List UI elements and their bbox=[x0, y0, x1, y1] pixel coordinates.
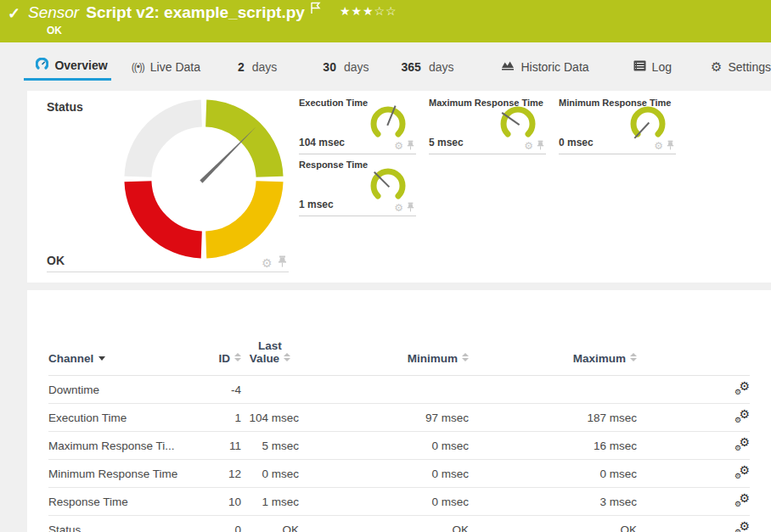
minimum-cell bbox=[299, 376, 469, 404]
gear-icon: ⚙ bbox=[711, 60, 722, 73]
maximum-cell: OK bbox=[469, 516, 637, 532]
pin-icon[interactable] bbox=[537, 138, 544, 154]
tab-label: Overview bbox=[54, 59, 107, 72]
pin-icon[interactable] bbox=[407, 138, 414, 154]
gauge-value: 1 msec bbox=[299, 199, 334, 210]
gauge-panel-minimum-response-time: Minimum Response Time 0 msec ⚙ bbox=[559, 98, 676, 154]
channel-settings-icon[interactable]: ⚙⚙ bbox=[734, 466, 750, 479]
tab-live-data[interactable]: ((•)) Live Data bbox=[132, 53, 200, 81]
stars-filled[interactable]: ★★★ bbox=[340, 4, 374, 18]
gauge-settings-gear-icon[interactable]: ⚙ bbox=[394, 203, 403, 213]
id-cell: 10 bbox=[193, 488, 241, 516]
table-row[interactable]: Execution Time 1 104 msec 97 msec 187 ms… bbox=[48, 404, 750, 432]
tab-number: 2 bbox=[238, 60, 245, 74]
status-gauge bbox=[121, 97, 286, 261]
tab-label: days bbox=[252, 60, 278, 74]
last-value-cell: 104 msec bbox=[241, 404, 299, 432]
tab-label: days bbox=[344, 60, 369, 74]
maximum-cell: 187 msec bbox=[469, 404, 637, 432]
gauge-settings-gear-icon[interactable]: ⚙ bbox=[654, 141, 663, 151]
historic-chart-icon bbox=[501, 59, 515, 74]
last-value-cell: 0 msec bbox=[241, 460, 299, 488]
table-row[interactable]: Status 0 OK OK OK ⚙⚙ bbox=[48, 516, 750, 532]
gauge-settings-gear-icon[interactable]: ⚙ bbox=[262, 257, 273, 269]
sensor-header: ✓ Sensor Script v2: example_script.py ★★… bbox=[0, 0, 771, 42]
pin-icon[interactable] bbox=[278, 255, 287, 271]
table-row[interactable]: Maximum Response Ti... 11 5 msec 0 msec … bbox=[48, 432, 750, 460]
sort-icon bbox=[462, 353, 469, 362]
sort-desc-icon bbox=[98, 356, 105, 361]
id-cell: 12 bbox=[193, 460, 241, 488]
channel-settings-icon[interactable]: ⚙⚙ bbox=[734, 494, 750, 507]
channel-cell[interactable]: Status bbox=[48, 516, 193, 532]
tab-overview[interactable]: Overview bbox=[24, 53, 111, 81]
minimum-cell: 0 msec bbox=[299, 460, 469, 488]
sensor-status-text: OK bbox=[47, 25, 62, 36]
maximum-cell bbox=[469, 376, 637, 404]
channel-settings-icon[interactable]: ⚙⚙ bbox=[734, 522, 750, 532]
tab-bar: Overview ((•)) Live Data 2 days 30 days … bbox=[0, 53, 771, 81]
channel-cell[interactable]: Execution Time bbox=[48, 404, 193, 432]
channel-settings-icon[interactable]: ⚙⚙ bbox=[734, 410, 750, 423]
table-row[interactable]: Response Time 10 1 msec 0 msec 3 msec ⚙⚙ bbox=[48, 488, 750, 516]
gauge-value: 5 msec bbox=[429, 137, 464, 148]
id-cell: 1 bbox=[193, 404, 241, 432]
last-value-cell: OK bbox=[241, 516, 299, 532]
gauge-value: 104 msec bbox=[299, 137, 345, 148]
status-gauge-value: OK bbox=[47, 254, 65, 267]
gauge-panel-response-time: Response Time 1 msec ⚙ bbox=[299, 160, 416, 216]
col-header-last-value[interactable]: LastValue bbox=[241, 290, 299, 376]
divider bbox=[47, 272, 289, 272]
channel-settings-icon[interactable]: ⚙⚙ bbox=[734, 382, 750, 395]
gauge-settings-gear-icon[interactable]: ⚙ bbox=[394, 141, 403, 151]
gauge-settings-gear-icon[interactable]: ⚙ bbox=[524, 141, 533, 151]
tab-settings[interactable]: ⚙ Settings bbox=[711, 53, 771, 81]
channel-cell[interactable]: Minimum Response Time bbox=[48, 460, 193, 488]
overview-gauges-panel: Status OK ⚙ Execution Time 104 msec ⚙ bbox=[27, 91, 771, 283]
priority-flag-icon[interactable] bbox=[310, 2, 321, 18]
channel-settings-icon[interactable]: ⚙⚙ bbox=[734, 438, 750, 451]
maximum-cell: 0 msec bbox=[469, 460, 637, 488]
col-header-maximum[interactable]: Maximum bbox=[469, 290, 637, 376]
minimum-cell: 0 msec bbox=[299, 488, 469, 516]
status-gauge-needle bbox=[200, 126, 257, 183]
sort-icon bbox=[234, 353, 241, 362]
priority-stars[interactable]: ★★★☆☆ bbox=[340, 4, 397, 18]
gauge-panel-maximum-response-time: Maximum Response Time 5 msec ⚙ bbox=[429, 98, 546, 154]
channels-panel: Channel ID LastValue Minimum Maximum Dow… bbox=[27, 290, 771, 532]
col-header-channel[interactable]: Channel bbox=[48, 290, 193, 376]
tab-number: 365 bbox=[402, 60, 421, 74]
channel-cell[interactable]: Maximum Response Ti... bbox=[48, 432, 193, 460]
sort-icon bbox=[630, 353, 637, 362]
maximum-cell: 16 msec bbox=[469, 432, 637, 460]
col-header-actions bbox=[637, 290, 750, 376]
gauge-icon bbox=[36, 58, 48, 73]
last-value-cell: 1 msec bbox=[241, 488, 299, 516]
log-list-icon bbox=[633, 60, 646, 74]
pin-icon[interactable] bbox=[407, 200, 414, 216]
table-row[interactable]: Downtime -4 ⚙⚙ bbox=[48, 376, 750, 404]
tab-number: 30 bbox=[323, 60, 336, 74]
id-cell: 11 bbox=[193, 432, 241, 460]
tab-365-days[interactable]: 365 days bbox=[402, 53, 454, 81]
tab-log[interactable]: Log bbox=[633, 53, 672, 81]
gauge-title: Execution Time bbox=[299, 98, 368, 108]
tab-label: Settings bbox=[728, 60, 771, 74]
minimum-cell: 97 msec bbox=[299, 404, 469, 432]
tab-historic-data[interactable]: Historic Data bbox=[501, 53, 588, 81]
tab-label: days bbox=[429, 60, 454, 74]
live-signal-icon: ((•)) bbox=[132, 61, 144, 73]
id-cell: -4 bbox=[193, 376, 241, 404]
col-header-minimum[interactable]: Minimum bbox=[299, 290, 469, 376]
stars-empty[interactable]: ☆☆ bbox=[374, 4, 397, 18]
minimum-cell: 0 msec bbox=[299, 432, 469, 460]
pin-icon[interactable] bbox=[667, 138, 674, 154]
channel-cell[interactable]: Response Time bbox=[48, 488, 193, 516]
tab-30-days[interactable]: 30 days bbox=[323, 53, 369, 81]
col-header-id[interactable]: ID bbox=[193, 290, 241, 376]
page-title: Script v2: example_script.py bbox=[86, 3, 305, 22]
tab-2-days[interactable]: 2 days bbox=[238, 53, 277, 81]
table-row[interactable]: Minimum Response Time 12 0 msec 0 msec 0… bbox=[48, 460, 750, 488]
sort-icon bbox=[284, 353, 290, 362]
channel-cell[interactable]: Downtime bbox=[48, 376, 193, 404]
